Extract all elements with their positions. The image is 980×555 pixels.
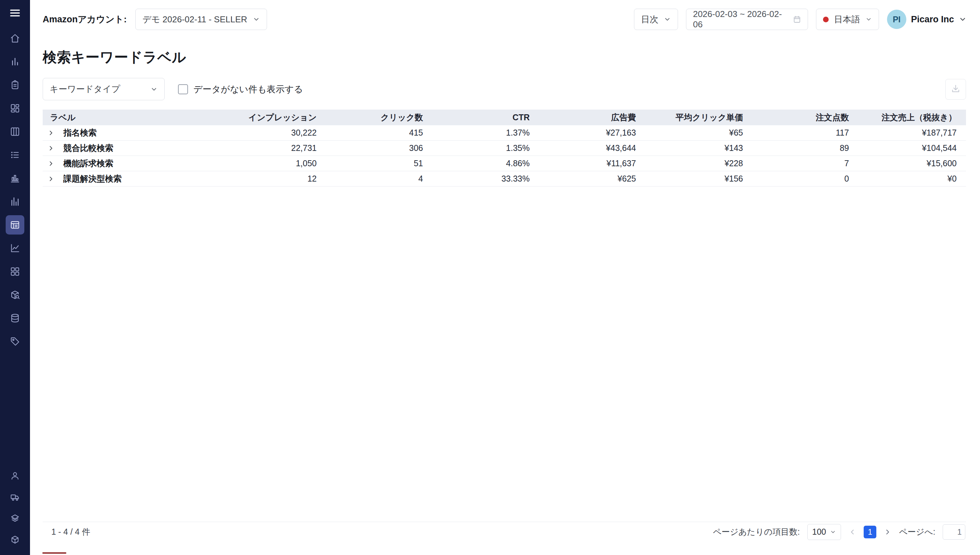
sidebar-item-inventory[interactable] xyxy=(6,509,24,528)
next-page-button[interactable] xyxy=(884,528,892,536)
sidebar-item-account[interactable] xyxy=(6,467,24,485)
show-empty-checkbox-wrap[interactable]: データがない件も表示する xyxy=(178,83,303,95)
amazon-account-label: Amazonアカウント: xyxy=(43,13,127,25)
ad-cost-cell: ¥625 xyxy=(539,174,645,184)
sidebar-item-chart-histogram[interactable] xyxy=(6,192,24,211)
menu-icon xyxy=(9,7,21,20)
sidebar-item-keyword-labels[interactable] xyxy=(6,215,24,234)
sidebar-item-orders[interactable] xyxy=(6,75,24,95)
sidebar-item-reports[interactable] xyxy=(6,145,24,165)
sidebar-item-products[interactable] xyxy=(6,530,24,549)
chevron-down-icon xyxy=(830,529,836,535)
ctr-cell: 33.33% xyxy=(432,174,539,184)
label-cell: 課題解決型検索 xyxy=(43,173,193,184)
expand-row-icon[interactable] xyxy=(47,175,56,183)
column-chart-icon xyxy=(10,173,20,183)
table-row[interactable]: 指名検索 30,222 415 1.37% ¥27,163 ¥65 117 ¥1… xyxy=(43,125,966,141)
filter-row: キーワードタイプ データがない件も表示する xyxy=(43,78,966,100)
sidebar-item-trends[interactable] xyxy=(6,239,24,258)
table-empty-space xyxy=(43,186,966,522)
layers-icon xyxy=(10,514,20,523)
column-header-order-items: 注文点数 xyxy=(752,112,858,123)
ad-cost-cell: ¥27,163 xyxy=(539,128,645,138)
keyword-type-select[interactable]: キーワードタイプ xyxy=(43,78,165,100)
keyword-type-select-value: キーワードタイプ xyxy=(50,83,120,95)
avg-cpc-cell: ¥65 xyxy=(645,128,752,138)
sidebar-item-chart-bars[interactable] xyxy=(6,168,24,188)
home-icon xyxy=(10,33,20,43)
sidebar-item-kanban[interactable] xyxy=(6,122,24,141)
date-range-value: 2026-02-03 ~ 2026-02-06 xyxy=(693,9,788,30)
chevron-down-icon xyxy=(865,16,872,22)
ctr-cell: 4.86% xyxy=(432,159,539,168)
table-header-row: ラベル インプレッション クリック数 CTR 広告費 平均クリック単価 注文点数… xyxy=(43,110,966,125)
period-select[interactable]: 日次 xyxy=(634,9,678,30)
bar-chart-icon xyxy=(10,57,20,67)
app-root: Amazonアカウント: デモ 2026-02-11 - SELLER 日次 2… xyxy=(0,0,980,555)
date-range-picker[interactable]: 2026-02-03 ~ 2026-02-06 xyxy=(686,9,808,30)
show-empty-checkbox[interactable] xyxy=(178,84,188,94)
user-icon xyxy=(10,471,20,480)
goto-page-input[interactable] xyxy=(943,525,966,540)
sidebar-item-database[interactable] xyxy=(6,308,24,328)
row-label: 競合比較検索 xyxy=(63,143,113,154)
ctr-cell: 1.35% xyxy=(432,143,539,153)
account-select[interactable]: デモ 2026-02-11 - SELLER xyxy=(135,9,267,30)
order-sales-cell: ¥15,600 xyxy=(858,159,966,168)
sidebar-item-shipping[interactable] xyxy=(6,488,24,506)
dashboard-icon xyxy=(10,103,20,113)
language-select-value: 日本語 xyxy=(834,14,860,25)
expand-row-icon[interactable] xyxy=(47,144,56,152)
impressions-cell: 12 xyxy=(193,174,326,184)
per-page-select[interactable]: 100 xyxy=(807,524,841,540)
download-button[interactable] xyxy=(945,79,966,99)
table-row[interactable]: 競合比較検索 22,731 306 1.35% ¥43,644 ¥143 89 … xyxy=(43,141,966,156)
impressions-cell: 30,222 xyxy=(193,128,326,138)
previous-page-button[interactable] xyxy=(848,528,856,536)
result-range-text: 1 - 4 / 4 件 xyxy=(51,526,90,537)
page-title: 検索キーワードラベル xyxy=(43,48,966,67)
sidebar-item-product-search[interactable] xyxy=(6,285,24,305)
order-items-cell: 89 xyxy=(752,143,858,153)
sidebar-item-tags[interactable] xyxy=(6,332,24,351)
row-label: 指名検索 xyxy=(63,127,97,138)
column-header-ctr: CTR xyxy=(432,112,539,122)
clipboard-icon xyxy=(10,80,20,90)
sidebar-nav-top xyxy=(6,29,24,355)
account-select-value: デモ 2026-02-11 - SELLER xyxy=(142,14,247,25)
tag-icon xyxy=(10,337,20,346)
table-row[interactable]: 機能訴求検索 1,050 51 4.86% ¥11,637 ¥228 7 ¥15… xyxy=(43,156,966,171)
language-select[interactable]: 日本語 xyxy=(816,9,879,30)
clicks-cell: 306 xyxy=(326,143,432,153)
column-header-ad-cost: 広告費 xyxy=(539,112,645,123)
menu-toggle-button[interactable] xyxy=(7,5,23,21)
download-icon xyxy=(951,83,961,95)
page-number-button[interactable]: 1 xyxy=(864,526,876,538)
truck-icon xyxy=(10,492,20,502)
show-empty-label: データがない件も表示する xyxy=(193,83,303,95)
list-icon xyxy=(10,150,20,160)
column-header-label: ラベル xyxy=(43,112,193,123)
period-select-value: 日次 xyxy=(641,14,658,25)
sidebar-item-home[interactable] xyxy=(6,29,24,48)
chevron-down-icon xyxy=(253,16,260,23)
avatar: PI xyxy=(887,10,906,29)
table-row[interactable]: 課題解決型検索 12 4 33.33% ¥625 ¥156 0 ¥0 xyxy=(43,171,966,186)
label-cell: 指名検索 xyxy=(43,127,193,138)
row-label: 課題解決型検索 xyxy=(63,173,122,184)
horizontal-scrollbar-thumb[interactable] xyxy=(42,552,66,554)
user-menu[interactable]: PI Picaro Inc xyxy=(887,10,967,29)
impressions-cell: 22,731 xyxy=(193,143,326,153)
expand-row-icon[interactable] xyxy=(47,129,56,136)
ctr-cell: 1.37% xyxy=(432,128,539,138)
company-name: Picaro Inc xyxy=(911,14,954,25)
sidebar-item-analytics[interactable] xyxy=(6,52,24,71)
sidebar-item-dashboard[interactable] xyxy=(6,99,24,118)
column-header-avg-cpc: 平均クリック単価 xyxy=(645,112,752,123)
column-header-order-sales: 注文売上（税抜き） xyxy=(858,112,966,123)
expand-row-icon[interactable] xyxy=(47,160,56,167)
sidebar-item-apps[interactable] xyxy=(6,262,24,281)
impressions-cell: 1,050 xyxy=(193,159,326,168)
order-items-cell: 7 xyxy=(752,159,858,168)
label-cell: 機能訴求検索 xyxy=(43,158,193,169)
